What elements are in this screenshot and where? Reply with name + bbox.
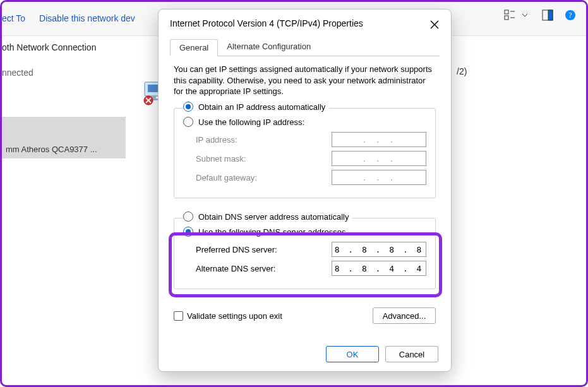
tab-alternate-config[interactable]: Alternate Configuration <box>218 39 320 56</box>
radio-label: Obtain an IP address automatically <box>198 102 325 112</box>
ip-address-label: IP address: <box>196 135 237 145</box>
subnet-mask-label: Subnet mask: <box>196 154 246 164</box>
radio-icon <box>183 117 193 127</box>
checkbox-icon <box>174 311 183 321</box>
ipv4-properties-dialog: Internet Protocol Version 4 (TCP/IPv4) P… <box>158 9 452 372</box>
preferred-dns-input[interactable]: 8 . 8 . 8 . 8 <box>332 242 426 257</box>
default-gateway-label: Default gateway: <box>196 173 257 182</box>
adapter-card[interactable]: mm Atheros QCA9377 ... <box>2 117 126 158</box>
ip-address-input: . . . <box>332 132 426 147</box>
radio-icon <box>183 102 193 112</box>
disable-device-link[interactable]: Disable this network dev <box>39 13 135 23</box>
details-pane-icon[interactable] <box>542 9 553 21</box>
svg-rect-5 <box>548 10 553 20</box>
dialog-title: Internet Protocol Version 4 (TCP/IPv4) P… <box>170 18 363 28</box>
alternate-dns-label: Alternate DNS server: <box>196 264 275 273</box>
radio-label: Use the following IP address: <box>198 117 304 127</box>
close-button[interactable] <box>426 16 443 33</box>
dns-group: Obtain DNS server address automatically … <box>174 218 436 289</box>
help-icon[interactable]: ? <box>565 9 576 21</box>
svg-text:?: ? <box>568 11 572 20</box>
radio-icon <box>183 211 193 222</box>
adapter-name: mm Atheros QCA9377 ... <box>2 142 126 157</box>
preferred-dns-label: Preferred DNS server: <box>196 245 277 254</box>
radio-label: Use the following DNS server addresses <box>198 227 345 237</box>
view-options-button[interactable] <box>504 9 515 21</box>
radio-obtain-dns-auto[interactable]: Obtain DNS server address automatically <box>183 211 352 222</box>
radio-label: Obtain DNS server address automatically <box>198 212 349 222</box>
default-gateway-input: . . . <box>332 170 426 185</box>
chevron-down-icon[interactable] <box>519 9 531 21</box>
background-fragment: /2) <box>457 66 467 76</box>
radio-icon <box>183 227 193 237</box>
cancel-button[interactable]: Cancel <box>385 346 438 362</box>
checkbox-label: Validate settings upon exit <box>187 311 282 321</box>
connection-title: oth Network Connection <box>2 42 96 52</box>
connection-status: nnected <box>2 68 33 78</box>
subnet-mask-input: . . . <box>332 151 426 166</box>
tab-strip: General Alternate Configuration <box>170 39 440 56</box>
radio-use-dns[interactable]: Use the following DNS server addresses <box>183 227 426 237</box>
alternate-dns-input[interactable]: 8 . 8 . 4 . 4 <box>332 261 426 276</box>
ip-address-group: Obtain an IP address automatically Use t… <box>174 108 436 198</box>
validate-settings-checkbox[interactable]: Validate settings upon exit <box>174 311 282 321</box>
advanced-button[interactable]: Advanced... <box>373 307 436 324</box>
intro-text: You can get IP settings assigned automat… <box>174 64 436 97</box>
radio-use-ip[interactable]: Use the following IP address: <box>183 117 426 127</box>
tab-general[interactable]: General <box>170 39 218 56</box>
connect-to-link[interactable]: ect To <box>2 13 25 23</box>
svg-rect-0 <box>505 10 508 14</box>
svg-rect-1 <box>505 16 508 20</box>
ok-button[interactable]: OK <box>326 346 379 362</box>
radio-obtain-ip-auto[interactable]: Obtain an IP address automatically <box>183 102 329 112</box>
